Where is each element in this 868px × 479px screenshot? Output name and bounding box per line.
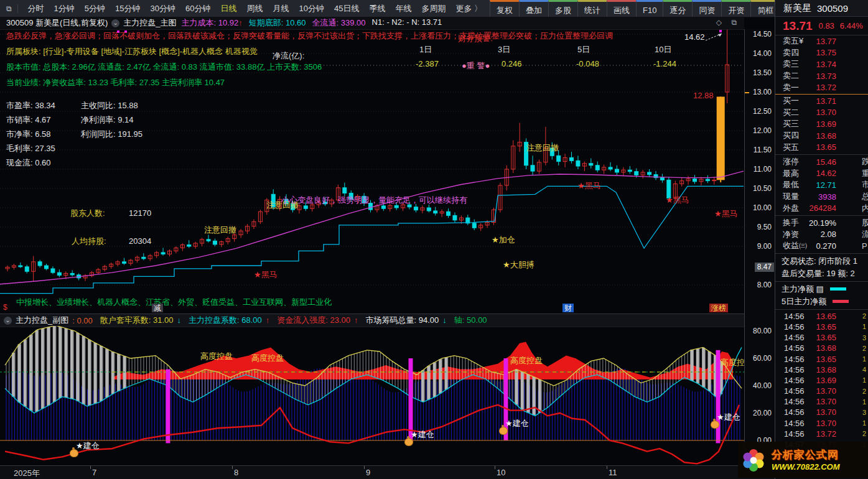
period-tab-0[interactable]: 分时 — [23, 3, 49, 14]
price-axis-label: 9.00 — [757, 242, 772, 251]
chart-annotation-21: 净利润率: 9.14 — [81, 116, 134, 124]
toolbar-button-同资[interactable]: 同资 — [692, 0, 721, 17]
ask-row[interactable]: 卖一13.72 — [775, 81, 868, 93]
price-axis-label: 12.00 — [753, 126, 772, 135]
period-tab-5[interactable]: 60分钟 — [180, 3, 215, 14]
divider — [775, 309, 868, 310]
bid-row[interactable]: 买五13.65 — [775, 141, 868, 153]
watermark-site-name: 分析家公式网 — [772, 448, 840, 462]
sub-annotation-1: 高度控盘 — [251, 354, 284, 363]
month-tick — [364, 466, 365, 469]
chart-annotation-0: 急跌必反弹，急涨必回调；回落不破则加仓，回落跌破该减仓；反弹突破看量能，反弹不过… — [6, 32, 613, 40]
tick-row-1: 14:5613.651 — [775, 322, 868, 332]
month-label-9: 9 — [366, 468, 370, 477]
tick-row-8: 14:5613.701 — [775, 396, 868, 407]
tick-row-7: 14:5613.702 — [775, 386, 868, 396]
ask-row[interactable]: 卖四13.75 — [775, 47, 868, 59]
quote-header: 新美星 300509 — [775, 0, 868, 17]
window-icon[interactable]: ⧉ — [6, 4, 18, 13]
chart-annotation-27: 注意回撤 — [204, 226, 236, 235]
bid-row[interactable]: 买四13.68 — [775, 130, 868, 142]
stat-row: 净资2.08流 — [775, 229, 868, 241]
chart-annotation-15: 市盈率: 38.34 — [6, 101, 55, 110]
time-axis[interactable]: 2025年 7891011 — [0, 465, 775, 479]
sub-indicator-dropdown-icon[interactable]: ⌄ — [4, 317, 12, 325]
chart-annotation-17: 市净率: 6.58 — [6, 130, 51, 139]
price-axis-last-close: 8.47 — [755, 263, 774, 272]
sub-annotation-2: 高度控盘 — [510, 356, 543, 365]
period-tab-2[interactable]: 5分钟 — [80, 3, 110, 14]
toolbar-button-叠加[interactable]: 叠加 — [519, 0, 548, 17]
infobar-fields: 主力成本: 10.92↑短期底部: 10.60全流通: 339.00N1: - … — [182, 17, 449, 29]
period-tab-4[interactable]: 30分钟 — [146, 3, 180, 14]
main-candlestick-chart[interactable]: 急跌必反弹，急涨必回调；回落不破则加仓，回落跌破该减仓；反弹突破看量能，反弹不过… — [0, 29, 744, 312]
price-axis-label: 11.00 — [754, 165, 772, 174]
time-axis-year: 2025年 — [14, 468, 40, 479]
chart-annotation-33: ★黑马 — [666, 196, 689, 205]
info-bar: 300509 新美星(日线,前复权) ⌄ 主力控盘_主图 主力成本: 10.92… — [0, 17, 744, 30]
chart-title: 300509 新美星(日线,前复权) — [6, 17, 108, 29]
sub-param-2: 资金流入强度: 23.00↑ — [277, 315, 362, 326]
bid-row[interactable]: 买一13.71 — [775, 95, 868, 107]
toolbar-button-画线[interactable]: 画线 — [607, 0, 636, 17]
bid-row[interactable]: 买二13.70 — [775, 107, 868, 119]
quote-body: 卖五¥13.77卖四13.75卖三13.74卖二13.73卖一13.72买一13… — [775, 35, 868, 450]
main-indicator-name: 主力控盘_主图 — [123, 17, 176, 29]
ask-row[interactable]: 卖三13.74 — [775, 58, 868, 70]
status-line-1: 盘后交易量: 19 额: 2 — [775, 267, 868, 280]
month-label-10: 10 — [497, 468, 505, 477]
toolbar-button-F10[interactable]: F10 — [636, 0, 663, 17]
period-tab-11[interactable]: 季线 — [364, 3, 390, 14]
toolbar-button-逐分[interactable]: 逐分 — [663, 0, 692, 17]
period-tab-12[interactable]: 年线 — [390, 3, 416, 14]
period-tab-14[interactable]: 更多 〉 — [450, 3, 487, 14]
price-axis-label: 13.50 — [753, 68, 772, 77]
chart-annotation-36: ★大胆搏 — [503, 261, 534, 269]
period-tab-13[interactable]: 多周期 — [416, 3, 450, 14]
last-price: 13.71 — [783, 19, 813, 33]
chart-annotation-13: -1.244 — [653, 60, 676, 68]
chart-corner-icons[interactable]: ◇ ⧉ — [716, 18, 740, 27]
price-change-pct: 6.44% — [840, 21, 863, 30]
period-tab-6[interactable]: 日线 — [215, 3, 241, 14]
watermark: 分析家公式网 WWW.70822.COM — [738, 442, 868, 478]
stat-row: 最低12.71市 — [775, 179, 868, 191]
sub-indicator-chart[interactable]: 高度控盘高度控盘高度控盘高度控盘★建仓★建仓★建仓★建仓 — [0, 326, 744, 465]
buy-signal-label-3: ★建仓 — [717, 413, 740, 422]
stock-code: 300509 — [817, 3, 848, 14]
chart-annotation-23: 股东人数: — [70, 209, 105, 218]
indicator-dropdown-icon[interactable]: ⌄ — [111, 19, 119, 27]
period-tab-7[interactable]: 周线 — [241, 3, 268, 14]
chart-annotation-12: -0.048 — [576, 60, 599, 68]
toolbar-button-开资[interactable]: 开资 — [721, 0, 750, 17]
period-tab-1[interactable]: 1分钟 — [49, 3, 80, 14]
bid-row[interactable]: 买三13.69 — [775, 118, 868, 130]
money-bag-icon-3 — [711, 421, 719, 429]
ask-row[interactable]: 卖二13.73 — [775, 70, 868, 82]
chart-annotation-19: 现金流: 0.60 — [6, 159, 51, 167]
period-tab-10[interactable]: 45日线 — [329, 3, 364, 14]
toolbar-button-复权[interactable]: 复权 — [490, 0, 519, 17]
period-tab-9[interactable]: 10分钟 — [294, 3, 329, 14]
app-window: ⧉ 分时1分钟5分钟15分钟30分钟60分钟日线周线月线10分钟45日线季线年线… — [0, 0, 868, 479]
chart-annotation-29: 小心变盘良好，强势明显，量能充足，可以继续持有 — [281, 196, 467, 205]
price-change: 0.83 — [819, 21, 834, 30]
chart-annotation-24: 12170 — [129, 209, 151, 218]
chart-annotation-25: 人均持股: — [72, 237, 106, 246]
money-bag-icon-2 — [499, 427, 508, 435]
flower-logo-icon — [738, 444, 769, 475]
sub-param-3: 市场筹码总量: 94.00↓ — [366, 315, 450, 326]
price-axis-label: 14.00 — [753, 49, 772, 58]
chart-annotation-38: 14.62 — [684, 33, 705, 42]
chart-annotation-16: 市销率: 4.67 — [6, 116, 51, 124]
chart-annotation-34: ★黑马 — [714, 210, 738, 218]
period-tab-8[interactable]: 月线 — [268, 3, 294, 14]
tick-row-0: 14:5613.652 — [775, 311, 868, 322]
period-tab-3[interactable]: 15分钟 — [110, 3, 145, 14]
ask-row[interactable]: 卖五¥13.77 — [775, 35, 868, 47]
divider — [775, 215, 868, 216]
toolbar-button-多股[interactable]: 多股 — [548, 0, 577, 17]
toolbar-button-统计[interactable]: 统计 — [577, 0, 607, 17]
sub-param-1: 主力控盘系数: 68.00↑ — [189, 315, 273, 326]
stat-row: 换手20.19%股 — [775, 217, 868, 229]
